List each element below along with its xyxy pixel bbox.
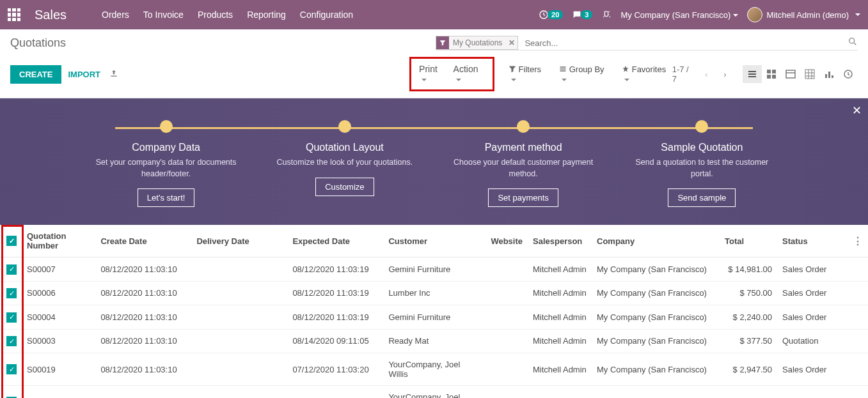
cell-website: [485, 386, 528, 399]
col-create-date[interactable]: Create Date: [95, 225, 191, 257]
view-graph[interactable]: [819, 65, 839, 83]
search-area: My Quotations ✕: [436, 36, 858, 50]
cell-num: S00004: [22, 305, 95, 330]
cell-website: [485, 257, 528, 282]
col-status[interactable]: Status: [777, 225, 848, 257]
groupby-menu[interactable]: Group By: [559, 65, 610, 84]
cell-company: My Company (San Francisco): [592, 353, 720, 386]
step-dot: [517, 120, 530, 133]
debug-icon[interactable]: [601, 10, 612, 20]
row-checkbox[interactable]: ✓: [6, 312, 17, 323]
pager: 1-7 / 7 ‹ ›: [672, 65, 732, 84]
nav-reporting[interactable]: Reporting: [247, 10, 286, 20]
cell-customer: Gemini Furniture: [383, 305, 485, 330]
view-list[interactable]: [743, 65, 762, 83]
step-button[interactable]: Let's start!: [138, 188, 195, 207]
row-checkbox[interactable]: ✓: [6, 364, 17, 374]
cell-website: [485, 305, 528, 330]
col-delivery-date[interactable]: Delivery Date: [191, 225, 287, 257]
column-options[interactable]: ⋮: [853, 236, 863, 247]
cell-expected: 08/12/2020 11:03:19: [287, 257, 383, 282]
apps-icon[interactable]: [8, 8, 20, 21]
col-salesperson[interactable]: Salesperson: [528, 225, 592, 257]
step-desc: Customize the look of your quotations.: [255, 157, 434, 169]
nav-to-invoice[interactable]: To Invoice: [143, 10, 184, 20]
cell-total: $ 2,240.00: [720, 305, 777, 330]
col-website[interactable]: Website: [485, 225, 528, 257]
pager-prev[interactable]: ‹: [698, 66, 713, 82]
pager-text[interactable]: 1-7 / 7: [672, 65, 695, 84]
col-expected-date[interactable]: Expected Date: [287, 225, 383, 257]
messages-button[interactable]: 3: [572, 10, 592, 20]
view-kanban[interactable]: [762, 65, 781, 83]
cell-company: My Company (San Francisco): [592, 257, 720, 282]
select-all-checkbox[interactable]: ✓: [6, 236, 17, 246]
svg-point-1: [849, 38, 855, 43]
step-desc: Send a quotation to test the customer po…: [613, 157, 791, 180]
table-wrap: ✓ Quotation Number Create Date Delivery …: [0, 225, 868, 398]
svg-rect-2: [767, 70, 771, 73]
cell-num: S00007: [22, 257, 95, 282]
create-button[interactable]: CREATE: [10, 65, 61, 84]
col-total[interactable]: Total: [720, 225, 777, 257]
step-button[interactable]: Customize: [315, 178, 374, 196]
svg-rect-5: [772, 75, 776, 79]
cell-expected: 07/12/2020 11:03:20: [287, 353, 383, 386]
search-icon[interactable]: [848, 36, 858, 49]
cell-num: S00006: [22, 281, 95, 305]
print-menu[interactable]: Print: [419, 64, 445, 84]
nav-products[interactable]: Products: [198, 10, 233, 20]
step-desc: Set your company's data for documents he…: [77, 157, 255, 180]
step-button[interactable]: Send sample: [668, 188, 736, 207]
step-dot: [695, 120, 708, 133]
cell-create: 08/12/2020 11:03:10: [95, 257, 191, 282]
breadcrumb: Quotations: [10, 36, 66, 50]
facet-remove[interactable]: ✕: [506, 38, 517, 47]
col-customer[interactable]: Customer: [383, 225, 485, 257]
pager-next[interactable]: ›: [718, 66, 732, 82]
user-menu[interactable]: Mitchell Admin (demo): [747, 7, 860, 22]
table-row[interactable]: ✓S0000408/12/2020 11:03:1008/12/2020 11:…: [0, 305, 868, 330]
table-row[interactable]: ✓S0000308/12/2020 11:03:1008/14/2020 09:…: [0, 329, 868, 353]
cell-status: Sales Order: [777, 353, 848, 386]
funnel-icon: [436, 36, 449, 49]
view-calendar[interactable]: [781, 65, 800, 83]
filters-menu[interactable]: Filters: [509, 65, 548, 84]
action-menu[interactable]: Action: [454, 64, 485, 84]
table-row[interactable]: ✓S0000708/12/2020 11:03:1008/12/2020 11:…: [0, 257, 868, 282]
search-input[interactable]: [522, 36, 848, 50]
favorites-menu[interactable]: Favorites: [622, 65, 672, 84]
cell-status: Sales Order: [777, 281, 848, 305]
brand[interactable]: Sales: [35, 8, 67, 22]
cell-company: My Company (San Francisco): [592, 281, 720, 305]
col-quotation-number[interactable]: Quotation Number: [22, 225, 95, 257]
upload-icon[interactable]: [109, 69, 118, 80]
company-name: My Company (San Francisco): [620, 10, 730, 20]
company-switcher[interactable]: My Company (San Francisco): [620, 10, 738, 20]
table-row[interactable]: ✓S0001808/12/2020 11:03:1008/14/2020 09:…: [0, 386, 868, 399]
import-button[interactable]: IMPORT: [61, 65, 107, 84]
cell-expected: 08/12/2020 11:03:19: [287, 281, 383, 305]
view-pivot[interactable]: [800, 65, 819, 83]
nav-orders[interactable]: Orders: [102, 10, 129, 20]
row-checkbox[interactable]: ✓: [6, 288, 17, 298]
step-button[interactable]: Set payments: [488, 188, 558, 207]
table-row[interactable]: ✓S0001908/12/2020 11:03:1007/12/2020 11:…: [0, 353, 868, 386]
cell-create: 08/12/2020 11:03:10: [95, 329, 191, 353]
row-checkbox[interactable]: ✓: [6, 264, 17, 275]
view-activity[interactable]: [839, 65, 858, 83]
activities-button[interactable]: 20: [539, 10, 563, 20]
cell-create: 08/12/2020 11:03:10: [95, 353, 191, 386]
table-row[interactable]: ✓S0000608/12/2020 11:03:1008/12/2020 11:…: [0, 281, 868, 305]
nav-configuration[interactable]: Configuration: [300, 10, 353, 20]
onboarding-step-3: Sample QuotationSend a quotation to test…: [613, 120, 791, 207]
cell-salesperson: Mitchell Admin: [528, 386, 592, 399]
row-checkbox[interactable]: ✓: [6, 336, 17, 346]
search-facet: My Quotations ✕: [436, 36, 518, 50]
svg-rect-4: [767, 75, 771, 79]
col-company[interactable]: Company: [592, 225, 720, 257]
cell-delivery: [191, 329, 287, 353]
step-title: Quotation Layout: [255, 142, 434, 153]
cell-website: [485, 281, 528, 305]
messages-badge: 3: [581, 10, 592, 19]
